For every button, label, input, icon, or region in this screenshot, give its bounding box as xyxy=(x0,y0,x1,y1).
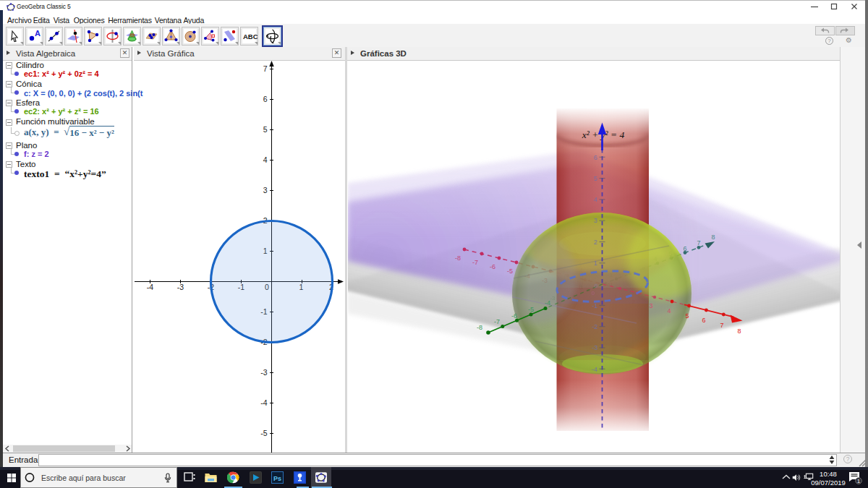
svg-text:-2: -2 xyxy=(592,323,597,330)
svg-text:-6: -6 xyxy=(490,263,495,270)
svg-text:5: 5 xyxy=(263,125,268,134)
svg-text:7: 7 xyxy=(697,239,700,247)
svg-text:8: 8 xyxy=(711,234,715,241)
svg-text:8: 8 xyxy=(737,328,741,335)
svg-text:3: 3 xyxy=(594,217,597,224)
svg-text:0: 0 xyxy=(592,290,595,296)
svg-text:-5: -5 xyxy=(528,306,534,313)
svg-text:-4: -4 xyxy=(592,366,597,373)
svg-text:6: 6 xyxy=(263,95,268,103)
svg-text:1: 1 xyxy=(857,478,861,484)
svg-text:-6: -6 xyxy=(511,312,517,320)
svg-text:1: 1 xyxy=(594,260,597,267)
svg-text:-8: -8 xyxy=(455,254,461,262)
svg-text:ABC: ABC xyxy=(243,33,258,40)
svg-text:6: 6 xyxy=(683,245,686,252)
svg-text:-7: -7 xyxy=(472,259,478,266)
svg-text:-7: -7 xyxy=(494,318,500,325)
svg-text:-4: -4 xyxy=(545,299,550,307)
svg-text:0: 0 xyxy=(595,283,598,289)
svg-text:4: 4 xyxy=(594,196,597,203)
svg-text:6: 6 xyxy=(594,154,597,161)
svg-text:-3: -3 xyxy=(177,283,184,291)
svg-text:5: 5 xyxy=(685,312,689,320)
svg-text:-3: -3 xyxy=(592,344,597,351)
svg-text:2: 2 xyxy=(594,239,597,246)
svg-text:7: 7 xyxy=(720,322,723,329)
svg-text:-5: -5 xyxy=(260,429,267,437)
svg-text:A: A xyxy=(35,29,41,38)
svg-text:4: 4 xyxy=(667,307,671,314)
svg-text:3: 3 xyxy=(649,302,652,309)
svg-text:3: 3 xyxy=(263,186,268,194)
svg-text:-8: -8 xyxy=(477,324,482,331)
svg-text:-5: -5 xyxy=(507,267,513,275)
svg-text:Ps: Ps xyxy=(273,475,281,482)
svg-text:5: 5 xyxy=(594,175,597,182)
svg-text:6: 6 xyxy=(702,317,705,324)
svg-text:-4: -4 xyxy=(147,283,153,291)
svg-text:-3: -3 xyxy=(260,368,267,377)
svg-text:7: 7 xyxy=(263,64,268,73)
svg-text:-1: -1 xyxy=(592,302,597,309)
svg-text:-4: -4 xyxy=(260,398,267,407)
svg-text:4: 4 xyxy=(263,155,268,164)
